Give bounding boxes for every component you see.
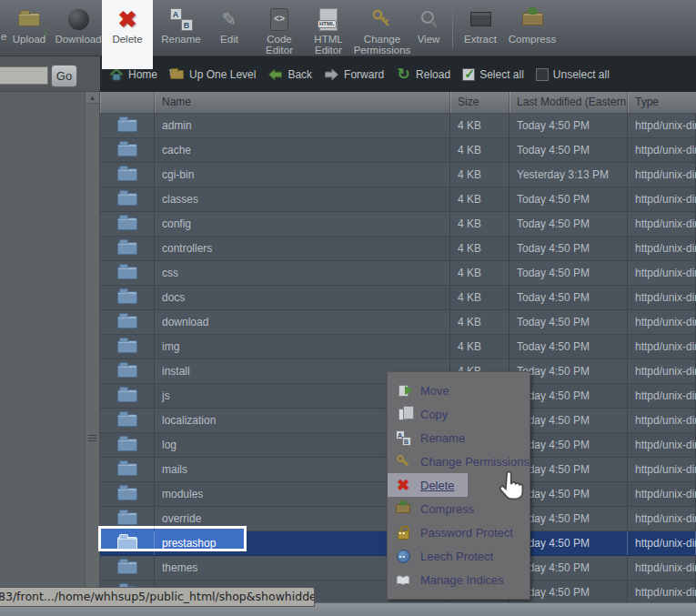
file-size: 4 KB — [450, 212, 509, 236]
extract-box-icon — [459, 5, 502, 34]
file-name[interactable]: admin — [155, 114, 450, 137]
toolbar-item-change-permissions[interactable]: Change Permissions — [349, 5, 415, 56]
folder-icon — [100, 138, 155, 162]
file-size: 4 KB — [450, 261, 509, 285]
toolbar-item-html-editor[interactable]: HTML HTML Editor — [306, 5, 351, 56]
table-row[interactable]: cgi-bin 4 KB Yesterday 3:13 PM httpd/uni… — [100, 163, 696, 187]
file-type: httpd/unix-directory — [628, 458, 696, 481]
file-name[interactable]: classes — [155, 187, 450, 211]
context-menu-item-password-protect[interactable]: Password Protect — [388, 520, 530, 544]
menu-item-label: Move — [420, 384, 449, 398]
file-type: httpd/unix-directory — [628, 556, 696, 580]
table-row[interactable]: docs 4 KB Today 4:50 PM httpd/unix-direc… — [100, 286, 696, 310]
arrow-right-gray-icon — [324, 66, 339, 82]
table-row[interactable]: download 4 KB Today 4:50 PM httpd/unix-d… — [100, 310, 696, 335]
splitter-grip-icon[interactable] — [88, 435, 96, 443]
folder-icon — [100, 458, 155, 481]
table-row[interactable]: css 4 KB Today 4:50 PM httpd/unix-direct… — [100, 261, 696, 286]
nav-item-unselect-all[interactable]: Unselect all — [536, 68, 610, 81]
file-size: 4 KB — [450, 286, 509, 309]
scroll-up-arrow-icon[interactable]: ▲ — [86, 92, 99, 104]
folder-icon — [100, 187, 155, 211]
context-menu-item-rename[interactable]: AB Rename — [388, 426, 530, 449]
nav-item-up-one-level[interactable]: ↑ Up One Level — [169, 66, 256, 82]
file-modified: Today 4:50 PM — [509, 138, 628, 162]
left-panel-header: Go — [0, 56, 100, 92]
context-menu-item-leech-protect[interactable]: Leech Protect — [388, 544, 530, 568]
main-area: ▲ Name Size Last Modified (Eastern Stand… — [0, 92, 696, 602]
toolbar-item-code-editor[interactable]: <> Code Editor — [253, 5, 306, 56]
toolbar-item-partial[interactable]: e — [1, 31, 6, 42]
toolbar-item-view[interactable]: View — [409, 5, 448, 45]
file-type: httpd/unix-directory — [628, 163, 696, 187]
file-type: httpd/unix-directory — [628, 310, 696, 334]
nav-item-back[interactable]: Back — [267, 66, 312, 82]
edit-pencil-icon: ✎ — [209, 5, 249, 34]
toolbar-item-upload[interactable]: ↓ Upload — [7, 5, 51, 45]
html-editor-icon: HTML — [306, 5, 351, 34]
toolbar-item-download[interactable]: Download — [51, 5, 106, 45]
file-size: 4 KB — [450, 335, 509, 358]
table-row[interactable]: classes 4 KB Today 4:50 PM httpd/unix-di… — [100, 187, 696, 212]
nav-item-forward[interactable]: Forward — [324, 66, 384, 82]
folder-icon — [100, 482, 155, 506]
go-button[interactable]: Go — [51, 65, 77, 87]
table-header: Name Size Last Modified (Eastern Standar… — [100, 92, 696, 114]
column-header-size[interactable]: Size — [450, 92, 509, 113]
nav-item-label: Select all — [479, 68, 524, 81]
file-type: httpd/unix-directory — [628, 261, 696, 285]
toolbar-item-extract[interactable]: Extract — [459, 5, 502, 45]
delete-red-x-icon: ✖ — [394, 477, 412, 493]
folder-icon — [100, 286, 155, 309]
nav-item-label: Up One Level — [189, 68, 256, 81]
context-menu-item-move[interactable]: Move — [388, 379, 530, 402]
table-row[interactable]: config 4 KB Today 4:50 PM httpd/unix-dir… — [100, 212, 696, 237]
file-modified: Today 4:50 PM — [509, 335, 628, 358]
compress-box-icon — [394, 500, 412, 517]
menu-item-label: Password Protect — [420, 526, 513, 540]
menu-item-label: Compress — [420, 502, 474, 516]
file-type: httpd/unix-directory — [628, 409, 696, 432]
move-icon — [394, 382, 412, 399]
file-size: 4 KB — [450, 114, 509, 137]
path-input[interactable] — [0, 66, 48, 85]
file-name[interactable]: cache — [155, 138, 450, 162]
file-name[interactable]: download — [155, 310, 450, 334]
table-row[interactable]: controllers 4 KB Today 4:50 PM httpd/uni… — [100, 237, 696, 261]
file-name[interactable]: config — [155, 212, 450, 236]
file-name[interactable]: cgi-bin — [155, 163, 450, 187]
file-name[interactable]: css — [155, 261, 450, 285]
file-type: httpd/unix-directory — [628, 114, 696, 137]
checkbox-empty-icon[interactable] — [536, 68, 549, 81]
file-modified: Today 4:50 PM — [509, 261, 628, 285]
toolbar-item-rename[interactable]: AB Rename — [156, 5, 206, 45]
file-size: 4 KB — [450, 138, 509, 162]
folder-icon — [100, 531, 155, 555]
table-row[interactable]: img 4 KB Today 4:50 PM httpd/unix-direct… — [100, 335, 696, 359]
file-name[interactable]: docs — [155, 286, 450, 309]
file-name[interactable]: img — [155, 335, 450, 358]
file-name[interactable]: controllers — [155, 237, 450, 260]
leech-protect-icon — [394, 548, 412, 564]
context-menu-item-manage-indices[interactable]: Manage Indices — [388, 568, 530, 591]
table-row[interactable]: admin 4 KB Today 4:50 PM httpd/unix-dire… — [100, 114, 696, 138]
column-header-type[interactable]: Type — [628, 92, 696, 113]
folder-icon — [100, 114, 155, 137]
file-type: httpd/unix-directory — [628, 384, 696, 408]
nav-item-label: Reload — [416, 68, 450, 81]
column-header-modified[interactable]: Last Modified (Eastern Standard Time) — [509, 92, 628, 113]
column-header-name[interactable]: Name — [155, 92, 450, 113]
column-header-icon[interactable] — [100, 92, 155, 113]
folder-icon — [100, 359, 155, 383]
toolbar-item-compress[interactable]: Compress — [506, 5, 559, 45]
toolbar-item-delete[interactable]: ✖ Delete — [104, 5, 151, 45]
checkbox-checked-icon[interactable] — [462, 68, 475, 81]
nav-item-reload[interactable]: ↻ Reload — [396, 66, 450, 82]
context-menu-item-copy[interactable]: Copy — [388, 402, 530, 426]
toolbar-item-label: Extract — [459, 34, 502, 45]
nav-item-select-all[interactable]: Select all — [462, 68, 524, 81]
table-row[interactable]: cache 4 KB Today 4:50 PM httpd/unix-dire… — [100, 138, 696, 163]
arrow-left-green-icon — [267, 66, 283, 82]
toolbar-item-edit[interactable]: ✎ Edit — [209, 5, 249, 45]
status-url-tooltip: 83/front.../home/whhsup5/public_html/sho… — [0, 587, 315, 607]
